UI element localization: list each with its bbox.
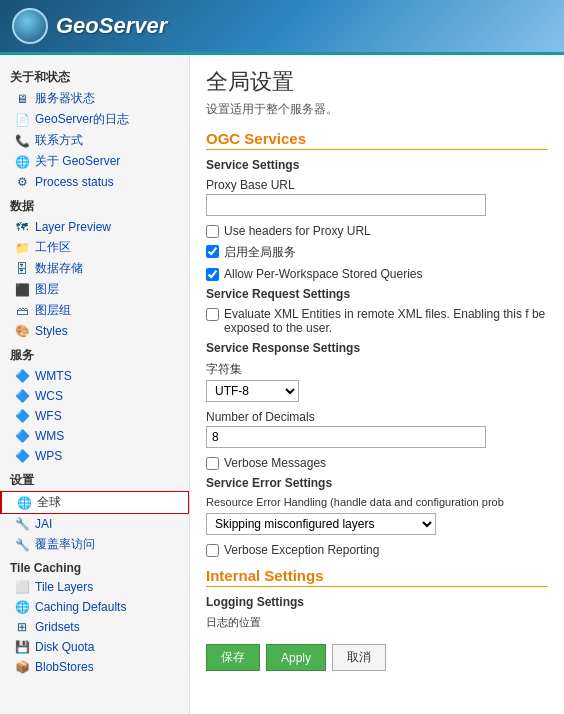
sidebar-item-server-status[interactable]: 🖥 服务器状态 (0, 88, 189, 109)
allow-workspace-label: Allow Per-Workspace Stored Queries (224, 267, 423, 281)
sidebar-item-wmts[interactable]: 🔷 WMTS (0, 366, 189, 386)
sidebar-item-blobstores[interactable]: 📦 BlobStores (0, 657, 189, 677)
main-layout: 关于和状态 🖥 服务器状态 📄 GeoServer的日志 📞 联系方式 🌐 关于… (0, 55, 564, 714)
sidebar-item-tile-layers[interactable]: ⬜ Tile Layers (0, 577, 189, 597)
decimals-group: Number of Decimals (206, 410, 548, 448)
header: GeoServer (0, 0, 564, 52)
sidebar-label-coverage: 覆盖率访问 (35, 536, 95, 553)
service-response-heading: Service Response Settings (206, 341, 548, 355)
allow-workspace-row: Allow Per-Workspace Stored Queries (206, 267, 548, 281)
evaluate-xml-row: Evaluate XML Entities in remote XML file… (206, 307, 548, 335)
sidebar-item-styles[interactable]: 🎨 Styles (0, 321, 189, 341)
doc-icon: 📄 (14, 112, 30, 128)
gridsets-icon: ⊞ (14, 619, 30, 635)
sidebar-label-tile-layers: Tile Layers (35, 580, 93, 594)
caching-icon: 🌐 (14, 599, 30, 615)
sidebar-item-layergroups[interactable]: 🗃 图层组 (0, 300, 189, 321)
style-icon: 🎨 (14, 323, 30, 339)
sidebar-item-contact[interactable]: 📞 联系方式 (0, 130, 189, 151)
save-button[interactable]: 保存 (206, 644, 260, 671)
sidebar-item-wcs[interactable]: 🔷 WCS (0, 386, 189, 406)
wps-icon: 🔷 (14, 448, 30, 464)
section-data: 数据 (0, 192, 189, 217)
sidebar-label-layers: 图层 (35, 281, 59, 298)
phone-icon: 📞 (14, 133, 30, 149)
sidebar-label-blobstores: BlobStores (35, 660, 94, 674)
verbose-exception-row: Verbose Exception Reporting (206, 543, 548, 557)
section-services: 服务 (0, 341, 189, 366)
sidebar-label-contact: 联系方式 (35, 132, 83, 149)
sidebar-label-wmts: WMTS (35, 369, 72, 383)
wms-icon: 🔷 (14, 428, 30, 444)
service-error-heading: Service Error Settings (206, 476, 548, 490)
sidebar-item-global[interactable]: 🌐 全球 (0, 491, 189, 514)
verbose-messages-checkbox[interactable] (206, 457, 219, 470)
enable-global-checkbox[interactable] (206, 245, 219, 258)
page-title: 全局设置 (206, 67, 548, 97)
sidebar-item-layers[interactable]: ⬛ 图层 (0, 279, 189, 300)
charset-select[interactable]: UTF-8 ISO-8859-1 UTF-16 (206, 380, 299, 402)
sidebar-item-coverage-access[interactable]: 🔧 覆盖率访问 (0, 534, 189, 555)
db-icon: 🗄 (14, 261, 30, 277)
sidebar-item-layer-preview[interactable]: 🗺 Layer Preview (0, 217, 189, 237)
logging-heading: Logging Settings (206, 595, 548, 609)
globe-icon: 🌐 (14, 154, 30, 170)
layergrp-icon: 🗃 (14, 303, 30, 319)
sidebar-label-disk-quota: Disk Quota (35, 640, 94, 654)
cancel-button[interactable]: 取消 (332, 644, 386, 671)
ogc-section-heading: OGC Services (206, 130, 548, 150)
sidebar-item-wps[interactable]: 🔷 WPS (0, 446, 189, 466)
sidebar-item-wfs[interactable]: 🔷 WFS (0, 406, 189, 426)
disk-icon: 💾 (14, 639, 30, 655)
verbose-messages-row: Verbose Messages (206, 456, 548, 470)
sidebar-label-styles: Styles (35, 324, 68, 338)
sidebar-label-wfs: WFS (35, 409, 62, 423)
verbose-messages-label: Verbose Messages (224, 456, 326, 470)
server-icon: 🖥 (14, 91, 30, 107)
sidebar-label-wms: WMS (35, 429, 64, 443)
service-request-heading: Service Request Settings (206, 287, 548, 301)
sidebar-item-gridsets[interactable]: ⊞ Gridsets (0, 617, 189, 637)
sidebar: 关于和状态 🖥 服务器状态 📄 GeoServer的日志 📞 联系方式 🌐 关于… (0, 55, 190, 714)
apply-button[interactable]: Apply (266, 644, 326, 671)
tile-icon: ⬜ (14, 579, 30, 595)
sidebar-item-datastores[interactable]: 🗄 数据存储 (0, 258, 189, 279)
sidebar-label-layergroups: 图层组 (35, 302, 71, 319)
decimals-input[interactable] (206, 426, 486, 448)
error-handling-select[interactable]: Skipping misconfigured layers Halt on al… (206, 513, 436, 535)
sidebar-label-datastores: 数据存储 (35, 260, 83, 277)
verbose-exception-label: Verbose Exception Reporting (224, 543, 379, 557)
use-headers-checkbox[interactable] (206, 225, 219, 238)
log-settings-label: 日志的位置 (206, 615, 548, 630)
sidebar-item-jai[interactable]: 🔧 JAI (0, 514, 189, 534)
sidebar-item-process-status[interactable]: ⚙ Process status (0, 172, 189, 192)
sidebar-label-layer-preview: Layer Preview (35, 220, 111, 234)
sidebar-label-wcs: WCS (35, 389, 63, 403)
sidebar-item-about[interactable]: 🌐 关于 GeoServer (0, 151, 189, 172)
charset-group: 字符集 UTF-8 ISO-8859-1 UTF-16 (206, 361, 548, 402)
section-settings: 设置 (0, 466, 189, 491)
sidebar-label-global: 全球 (37, 494, 61, 511)
proxy-base-url-input[interactable] (206, 194, 486, 216)
decimals-label: Number of Decimals (206, 410, 548, 424)
sidebar-item-wms[interactable]: 🔷 WMS (0, 426, 189, 446)
charset-select-row: UTF-8 ISO-8859-1 UTF-16 (206, 380, 548, 402)
sidebar-item-disk-quota[interactable]: 💾 Disk Quota (0, 637, 189, 657)
evaluate-xml-checkbox[interactable] (206, 308, 219, 321)
enable-global-label: 启用全局服务 (224, 244, 296, 261)
resource-error-desc: Resource Error Handling (handle data and… (206, 496, 548, 508)
use-headers-label: Use headers for Proxy URL (224, 224, 371, 238)
sidebar-label-process-status: Process status (35, 175, 114, 189)
sidebar-label-server-status: 服务器状态 (35, 90, 95, 107)
sidebar-item-caching-defaults[interactable]: 🌐 Caching Defaults (0, 597, 189, 617)
stack-icon: ⬛ (14, 282, 30, 298)
internal-settings-heading: Internal Settings (206, 567, 548, 587)
content-area: 全局设置 设置适用于整个服务器。 OGC Services Service Se… (190, 55, 564, 714)
sidebar-item-log[interactable]: 📄 GeoServer的日志 (0, 109, 189, 130)
wmts-icon: 🔷 (14, 368, 30, 384)
logo-icon (12, 8, 48, 44)
allow-workspace-checkbox[interactable] (206, 268, 219, 281)
sidebar-item-workspaces[interactable]: 📁 工作区 (0, 237, 189, 258)
verbose-exception-checkbox[interactable] (206, 544, 219, 557)
error-handling-group: Skipping misconfigured layers Halt on al… (206, 513, 548, 535)
